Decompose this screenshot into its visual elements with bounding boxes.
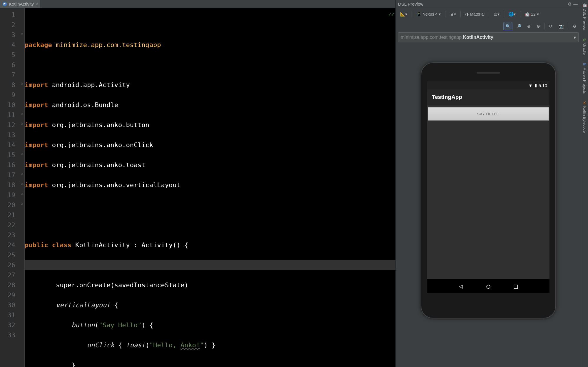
screenshot-icon[interactable]: 📷 [557,22,566,30]
locale-dropdown[interactable]: ▤▾ [492,10,502,18]
editor-tabs: KotlinActivity × [0,0,395,8]
device-frame: ▼ ▮ 5:10 TestingApp SAY HELLO ◁ ○ □ [421,62,556,318]
home-icon[interactable]: ○ [486,283,490,290]
status-bar: ▼ ▮ 5:10 [427,81,549,89]
gear-icon[interactable]: ⚙ [567,1,572,7]
editor-body: 1234567891011121314151617181920212223242… [0,8,395,367]
app-title: TestingApp [432,94,462,100]
zoom-fit-icon[interactable]: 🔍 [503,22,512,30]
tab-kotlinactivity[interactable]: KotlinActivity × [0,0,41,8]
kotlin-file-icon [2,2,7,6]
say-hello-button[interactable]: SAY HELLO [428,107,549,121]
device-screen: ▼ ▮ 5:10 TestingApp SAY HELLO ◁ ○ □ [427,81,549,293]
preview-toolbar: 📐▾ 📱Nexus 4 ▾ 🖥▾ ◑ Material ▤▾ 🌐▾ 🤖22 ▾ [396,8,581,20]
inspection-ok-icon: ✓✓ [388,9,394,19]
zoom-in-icon[interactable]: ⊕ [525,22,533,30]
preview-title: DSL Preview [398,1,423,6]
refresh-icon[interactable]: ⟳ [547,22,555,30]
device-dropdown[interactable]: 📱Nexus 4 ▾ [414,10,443,18]
configuration-dropdown[interactable]: 📐▾ [398,10,409,18]
side-tab-kotlin-bytecode[interactable]: KKotlin Bytecode [582,99,587,134]
right-tool-sidebar: 🤖DSL Preview ⟳Gradle mMaven Projects KKo… [581,0,588,367]
back-icon[interactable]: ◁ [459,283,463,290]
minimize-icon[interactable]: — [572,1,579,6]
wifi-icon: ▼ [528,83,533,88]
side-tab-maven[interactable]: mMaven Projects [582,60,587,96]
zoom-actual-icon[interactable]: 🔎 [514,22,523,30]
device-canvas: ▼ ▮ 5:10 TestingApp SAY HELLO ◁ ○ □ [396,45,581,367]
code-area[interactable]: ✓✓ package minimize.app.com.testingapp i… [25,8,395,367]
chevron-down-icon: ▾ [574,35,576,40]
settings-icon[interactable]: ⚙ [571,22,579,30]
zoom-out-icon[interactable]: ⊖ [534,22,542,30]
recent-icon[interactable]: □ [514,283,518,290]
api-level-dropdown[interactable]: 🤖22 ▾ [523,10,541,18]
app-content: SAY HELLO [427,105,549,279]
preview-pane: DSL Preview ⚙ — 📐▾ 📱Nexus 4 ▾ 🖥▾ ◑ Mater… [395,0,581,367]
app-bar: TestingApp [427,89,549,105]
side-tab-gradle[interactable]: ⟳Gradle [582,36,587,57]
nav-bar: ◁ ○ □ [427,279,549,293]
browser-dropdown[interactable]: 🌐▾ [507,10,518,18]
theme-dropdown[interactable]: ◑ Material [463,10,487,18]
class-selector[interactable]: minimize.app.com.testingapp.KotlinActivi… [398,32,579,42]
orientation-dropdown[interactable]: 🖥▾ [448,10,458,18]
close-icon[interactable]: × [36,2,38,6]
status-time: 5:10 [539,83,547,88]
preview-header: DSL Preview ⚙ — [396,0,581,8]
line-gutter: 1234567891011121314151617181920212223242… [0,8,21,367]
fold-column: ⊖ ⊖ ⊖ ⊖ ⊖ ⊖ ⊖ ⊖ ⊖ [21,8,25,367]
side-tab-dsl-preview[interactable]: 🤖DSL Preview [582,1,587,32]
preview-zoom-toolbar: 🔍 🔎 ⊕ ⊖ ⟳ 📷 ⚙ [396,20,581,32]
tab-label: KotlinActivity [9,1,34,6]
battery-icon: ▮ [534,83,537,88]
editor-pane: KotlinActivity × 12345678910111213141516… [0,0,395,367]
